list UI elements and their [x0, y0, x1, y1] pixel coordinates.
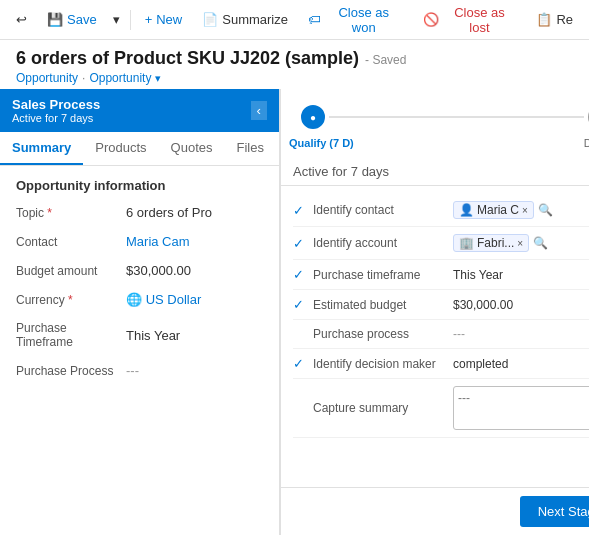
- chip-maria[interactable]: 👤 Maria C ×: [453, 201, 534, 219]
- timeframe-value: This Year: [126, 328, 263, 343]
- ban-icon: 🚫: [423, 12, 439, 27]
- topic-value[interactable]: 6 orders of Pro: [126, 205, 263, 220]
- val-identify-account: 🏢 Fabri... × 🔍: [453, 234, 589, 252]
- contact-chip-icon: 👤: [459, 203, 474, 217]
- sales-process-collapse[interactable]: ‹: [251, 101, 267, 120]
- close-as-won-button[interactable]: 🏷 Close as won: [300, 1, 411, 39]
- label-purchase-process: Purchase process: [313, 327, 453, 341]
- check-identify-contact: ✓: [293, 203, 313, 218]
- rec-label: Re: [556, 12, 573, 27]
- purchase-timeframe-text: This Year: [453, 268, 503, 282]
- field-budget: Budget amount $30,000.00: [16, 263, 263, 278]
- tab-quotes[interactable]: Quotes: [159, 132, 225, 165]
- sales-process-bar: Sales Process Active for 7 days ‹: [0, 89, 279, 132]
- check-identify-account: ✓: [293, 236, 313, 251]
- popup-form: ✓ Identify contact 👤 Maria C × 🔍 ✓ Ident…: [281, 186, 589, 487]
- budget-value: $30,000.00: [126, 263, 263, 278]
- close-won-label: Close as won: [325, 5, 403, 35]
- val-identify-decision-maker[interactable]: completed ▾: [453, 357, 589, 371]
- tab-summary[interactable]: Summary: [0, 132, 83, 165]
- chip-fabri[interactable]: 🏢 Fabri... ×: [453, 234, 529, 252]
- currency-value[interactable]: 🌐 US Dollar: [126, 292, 263, 307]
- label-identify-account: Identify account: [313, 236, 453, 250]
- stage-timeline: ● ○: [281, 89, 589, 137]
- sales-process-sub: Active for 7 days: [12, 112, 100, 124]
- purchase-process-text: ---: [453, 327, 465, 341]
- process-value: ---: [126, 363, 263, 378]
- val-purchase-process[interactable]: --- ▾: [453, 327, 589, 341]
- label-purchase-timeframe: Purchase timeframe: [313, 268, 453, 282]
- popup-header-text: Active for 7 days: [293, 164, 389, 179]
- estimated-budget-text: $30,000.00: [453, 298, 513, 312]
- val-identify-contact: 👤 Maria C × 🔍: [453, 201, 589, 219]
- check-estimated-budget: ✓: [293, 297, 313, 312]
- stage-timeline-area: ● ○ Qualify (7 D) Develop: [281, 89, 589, 157]
- field-contact: Contact Maria Cam: [16, 234, 263, 249]
- label-capture-summary: Capture summary: [313, 401, 453, 415]
- close-as-lost-button[interactable]: 🚫 Close as lost: [415, 1, 525, 39]
- popup-row-purchase-timeframe: ✓ Purchase timeframe This Year ▾: [293, 260, 589, 290]
- currency-label: Currency: [16, 293, 126, 307]
- search-contact-icon[interactable]: 🔍: [538, 203, 553, 217]
- toolbar: ↩ 💾 Save ▾ + New 📄 Summarize 🏷 Close as …: [0, 0, 589, 40]
- save-dropdown[interactable]: ▾: [109, 8, 124, 31]
- breadcrumb-dropdown[interactable]: ▾: [155, 72, 161, 85]
- stage-labels: Qualify (7 D) Develop: [281, 137, 589, 157]
- field-currency: Currency 🌐 US Dollar: [16, 292, 263, 307]
- popup-row-identify-decision-maker: ✓ Identify decision maker completed ▾: [293, 349, 589, 379]
- summarize-label: Summarize: [222, 12, 288, 27]
- popup-row-capture-summary: Capture summary: [293, 379, 589, 438]
- chevron-down-icon: ▾: [113, 12, 120, 27]
- tab-files[interactable]: Files: [224, 132, 275, 165]
- page-header: 6 orders of Product SKU JJ202 (sample) -…: [0, 40, 589, 85]
- chip-remove-account[interactable]: ×: [517, 238, 523, 249]
- decision-maker-text: completed: [453, 357, 508, 371]
- val-estimated-budget: $30,000.00: [453, 298, 589, 312]
- breadcrumb-separator: ·: [82, 71, 85, 85]
- tabs: Summary Products Quotes Files: [0, 132, 279, 166]
- capture-summary-textarea[interactable]: [453, 386, 589, 430]
- form-section-title: Opportunity information: [16, 178, 263, 193]
- contact-label: Contact: [16, 235, 126, 249]
- field-timeframe: Purchase Timeframe This Year: [16, 321, 263, 349]
- main-layout: Sales Process Active for 7 days ‹ Summar…: [0, 89, 589, 535]
- right-panel: ● ○ Qualify (7 D) Develop Active for 7 d…: [280, 89, 589, 535]
- popup-row-purchase-process: Purchase process --- ▾: [293, 320, 589, 349]
- currency-icon: 🌐: [126, 292, 142, 307]
- save-button[interactable]: 💾 Save: [39, 8, 105, 31]
- sales-process-label: Sales Process: [12, 97, 100, 112]
- summarize-button[interactable]: 📄 Summarize: [194, 8, 296, 31]
- separator1: [130, 10, 131, 30]
- rec-icon: 📋: [536, 12, 552, 27]
- popup-row-estimated-budget: ✓ Estimated budget $30,000.00: [293, 290, 589, 320]
- tag-icon: 🏷: [308, 12, 321, 27]
- saved-badge: - Saved: [365, 53, 406, 67]
- process-label: Purchase Process: [16, 364, 126, 378]
- stage-qualify-circle[interactable]: ●: [301, 105, 325, 129]
- stage-label-qualify: Qualify (7 D): [289, 137, 354, 149]
- tab-products[interactable]: Products: [83, 132, 158, 165]
- field-process: Purchase Process ---: [16, 363, 263, 378]
- breadcrumb-opportunity2[interactable]: Opportunity: [89, 71, 151, 85]
- popup-header: Active for 7 days ⤢ ✕: [281, 157, 589, 186]
- back-button[interactable]: ↩: [8, 8, 35, 31]
- rec-button[interactable]: 📋 Re: [528, 8, 581, 31]
- popup-row-identify-contact: ✓ Identify contact 👤 Maria C × 🔍: [293, 194, 589, 227]
- val-purchase-timeframe[interactable]: This Year ▾: [453, 268, 589, 282]
- new-button[interactable]: + New: [137, 8, 191, 31]
- contact-value[interactable]: Maria Cam: [126, 234, 263, 249]
- back-icon: ↩: [16, 12, 27, 27]
- account-chip-icon: 🏢: [459, 236, 474, 250]
- plus-icon: +: [145, 12, 153, 27]
- account-chip-label: Fabri...: [477, 236, 514, 250]
- label-identify-decision-maker: Identify decision maker: [313, 357, 453, 371]
- search-account-icon[interactable]: 🔍: [533, 236, 548, 250]
- next-stage-button[interactable]: Next Stage: [520, 496, 589, 527]
- budget-label: Budget amount: [16, 264, 126, 278]
- val-capture-summary: [453, 386, 589, 430]
- stage-label-develop: Develop: [584, 137, 589, 149]
- save-label: Save: [67, 12, 97, 27]
- chip-remove-contact[interactable]: ×: [522, 205, 528, 216]
- label-identify-contact: Identify contact: [313, 203, 453, 217]
- breadcrumb-opportunity[interactable]: Opportunity: [16, 71, 78, 85]
